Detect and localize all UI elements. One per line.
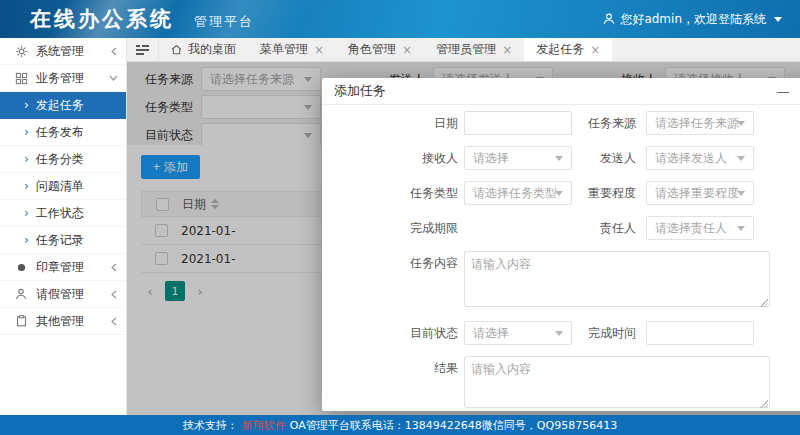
importance-select[interactable]: 请选择重要程度 bbox=[646, 181, 754, 205]
footer-contact: OA管理平台联系电话：13849422648微信同号，QQ958756413 bbox=[290, 418, 617, 433]
modal-header: 添加任务 — × bbox=[322, 78, 800, 105]
gear-icon bbox=[13, 45, 29, 58]
deadline-label: 完成期限 bbox=[322, 216, 458, 240]
sidebar-item-seal[interactable]: 印章管理 bbox=[0, 254, 126, 281]
date-input[interactable] bbox=[464, 111, 572, 135]
status-label: 目前状态 bbox=[322, 321, 458, 345]
grid-icon bbox=[13, 72, 29, 85]
home-icon bbox=[171, 44, 182, 55]
sidebar-item-work-status[interactable]: › 工作状态 bbox=[0, 200, 126, 227]
user-menu[interactable]: 您好admin，欢迎登陆系统 bbox=[603, 11, 782, 28]
modal-title: 添加任务 bbox=[334, 82, 386, 100]
owner-label: 责任人 bbox=[572, 216, 636, 240]
main-body: 系统管理 业务管理 › 发起任务 › 任务发布 bbox=[0, 38, 800, 415]
sidebar-item-issue-list[interactable]: › 问题清单 bbox=[0, 173, 126, 200]
arrow-right-icon: › bbox=[24, 152, 29, 166]
arrow-right-icon: › bbox=[24, 233, 29, 247]
person-icon bbox=[13, 288, 29, 300]
user-icon bbox=[603, 13, 615, 25]
footer-vendor: 新翔软件 bbox=[242, 418, 286, 433]
chevron-left-icon bbox=[110, 317, 118, 326]
arrow-right-icon: › bbox=[24, 98, 29, 112]
tab-admin-mgmt[interactable]: 管理员管理 × bbox=[424, 38, 524, 61]
arrow-right-icon: › bbox=[24, 179, 29, 193]
receiver-label: 接收人 bbox=[322, 146, 458, 170]
brand: 在线办公系统 管理平台 bbox=[30, 5, 254, 33]
app-header: 在线办公系统 管理平台 您好admin，欢迎登陆系统 bbox=[0, 0, 800, 38]
arrow-right-icon: › bbox=[24, 125, 29, 139]
tab-spread-button[interactable] bbox=[127, 38, 159, 61]
finish-time-label: 完成时间 bbox=[572, 321, 636, 345]
sidebar-item-create-task[interactable]: › 发起任务 bbox=[0, 92, 126, 119]
form-row-deadline-owner: 完成期限 责任人 请选择责任人 bbox=[322, 216, 800, 240]
form-row-status-finishtime: 目前状态 请选择 完成时间 bbox=[322, 321, 800, 345]
close-icon[interactable]: × bbox=[314, 44, 324, 56]
clipboard-icon bbox=[13, 315, 29, 327]
app-subtitle: 管理平台 bbox=[194, 13, 254, 31]
tab-desktop[interactable]: 我的桌面 bbox=[159, 38, 248, 61]
footer-support-prefix: 技术支持： bbox=[183, 418, 238, 433]
owner-select[interactable]: 请选择责任人 bbox=[646, 216, 754, 240]
sidebar-item-task-publish[interactable]: › 任务发布 bbox=[0, 119, 126, 146]
source-label: 任务来源 bbox=[572, 111, 636, 135]
chevron-down-icon bbox=[109, 74, 118, 82]
result-textarea[interactable] bbox=[464, 356, 770, 408]
tab-bar: 我的桌面 菜单管理 × 角色管理 × 管理员管理 × 发起任务 × bbox=[127, 38, 800, 62]
type-select[interactable]: 请选择任务类型 bbox=[464, 181, 572, 205]
sidebar-item-business[interactable]: 业务管理 bbox=[0, 65, 126, 92]
importance-label: 重要程度 bbox=[572, 181, 636, 205]
modal-body: 日期 任务来源 请选择任务来源 接收人 请选择 发送人 请选择发送人 bbox=[322, 105, 800, 410]
dot-icon bbox=[13, 262, 29, 273]
result-label: 结果 bbox=[322, 356, 458, 380]
source-select[interactable]: 请选择任务来源 bbox=[646, 111, 754, 135]
add-task-form: 日期 任务来源 请选择任务来源 接收人 请选择 发送人 请选择发送人 bbox=[322, 105, 800, 410]
add-task-modal: 添加任务 — × 日期 任务来源 bbox=[322, 78, 800, 411]
chevron-left-icon bbox=[110, 47, 118, 56]
finish-time-input[interactable] bbox=[646, 321, 754, 345]
sender-label: 发送人 bbox=[572, 146, 636, 170]
form-row-type-importance: 任务类型 请选择任务类型 重要程度 请选择重要程度 bbox=[322, 181, 800, 205]
form-row-receiver-sender: 接收人 请选择 发送人 请选择发送人 bbox=[322, 146, 800, 170]
sidebar-item-leave[interactable]: 请假管理 bbox=[0, 281, 126, 308]
sidebar-item-other[interactable]: 其他管理 bbox=[0, 308, 126, 335]
tab-create-task[interactable]: 发起任务 × bbox=[524, 38, 612, 61]
close-icon[interactable]: × bbox=[502, 44, 512, 56]
type-label: 任务类型 bbox=[322, 181, 458, 205]
arrow-right-icon: › bbox=[24, 206, 29, 220]
sender-select[interactable]: 请选择发送人 bbox=[646, 146, 754, 170]
content-textarea[interactable] bbox=[464, 251, 770, 307]
tab-menu-mgmt[interactable]: 菜单管理 × bbox=[248, 38, 336, 61]
content-label: 任务内容 bbox=[322, 251, 458, 275]
form-row-content: 任务内容 bbox=[322, 251, 800, 310]
chevron-down-icon bbox=[774, 17, 782, 22]
date-label: 日期 bbox=[322, 111, 458, 135]
chevron-left-icon bbox=[110, 263, 118, 272]
sidebar-item-system[interactable]: 系统管理 bbox=[0, 38, 126, 65]
sidebar-item-task-record[interactable]: › 任务记录 bbox=[0, 227, 126, 254]
content-area: 我的桌面 菜单管理 × 角色管理 × 管理员管理 × 发起任务 × bbox=[127, 38, 800, 415]
form-row-date-source: 日期 任务来源 请选择任务来源 bbox=[322, 111, 800, 135]
app-footer: 技术支持： 新翔软件 OA管理平台联系电话：13849422648微信同号，QQ… bbox=[0, 415, 800, 435]
app-title: 在线办公系统 bbox=[30, 5, 174, 33]
receiver-select[interactable]: 请选择 bbox=[464, 146, 572, 170]
tab-role-mgmt[interactable]: 角色管理 × bbox=[336, 38, 424, 61]
sidebar-item-task-category[interactable]: › 任务分类 bbox=[0, 146, 126, 173]
close-icon[interactable]: × bbox=[590, 44, 600, 56]
chevron-left-icon bbox=[110, 290, 118, 299]
sidebar: 系统管理 业务管理 › 发起任务 › 任务发布 bbox=[0, 38, 127, 415]
user-greeting: 您好admin，欢迎登陆系统 bbox=[620, 11, 766, 28]
status-select[interactable]: 请选择 bbox=[464, 321, 572, 345]
close-icon[interactable]: × bbox=[402, 44, 412, 56]
app-window: 在线办公系统 管理平台 您好admin，欢迎登陆系统 系统管理 bbox=[0, 0, 800, 435]
minimize-icon[interactable]: — bbox=[776, 85, 789, 98]
form-row-result: 结果 bbox=[322, 356, 800, 410]
